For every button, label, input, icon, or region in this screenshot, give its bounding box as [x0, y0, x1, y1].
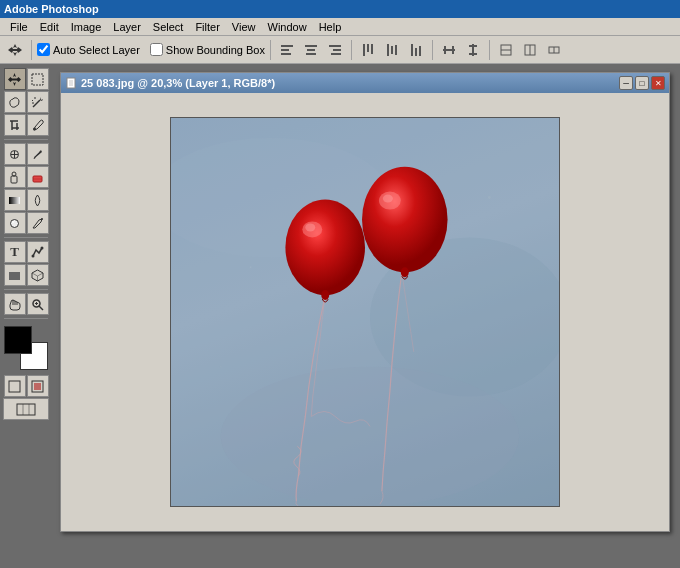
tool-brush[interactable]	[27, 143, 49, 165]
tool-heal[interactable]	[4, 143, 26, 165]
tool-clone[interactable]	[4, 166, 26, 188]
svg-marker-31	[8, 73, 21, 86]
tool-magic-wand[interactable]	[27, 91, 49, 113]
main-area: T	[0, 64, 680, 568]
tool-path[interactable]	[27, 241, 49, 263]
tool-eraser[interactable]	[27, 166, 49, 188]
toolbar-dist-vert[interactable]	[462, 39, 484, 61]
toolbar-move-icon	[4, 39, 26, 61]
tool-standard-mode[interactable]	[4, 375, 26, 397]
svg-rect-8	[333, 49, 341, 51]
toolbar-btn-extra1[interactable]	[495, 39, 517, 61]
tool-lasso[interactable]	[4, 91, 26, 113]
auto-select-layer-checkbox[interactable]	[37, 43, 50, 56]
show-bounding-box-text: Show Bounding Box	[166, 44, 265, 56]
svg-line-59	[38, 273, 44, 276]
tool-3d[interactable]	[27, 264, 49, 286]
tool-screen-mode[interactable]	[3, 398, 49, 420]
show-bounding-box-checkbox[interactable]	[150, 43, 163, 56]
svg-rect-16	[411, 44, 413, 56]
menu-window[interactable]: Window	[262, 20, 313, 34]
tool-crop[interactable]	[4, 114, 26, 136]
svg-marker-34	[40, 97, 43, 101]
menu-select[interactable]: Select	[147, 20, 190, 34]
svg-line-33	[33, 100, 40, 107]
svg-point-88	[488, 196, 491, 199]
toolbar-sep-3	[351, 40, 352, 60]
svg-line-62	[39, 306, 43, 310]
tool-quick-mask[interactable]	[27, 375, 49, 397]
tool-move[interactable]	[4, 68, 26, 90]
tool-rect-shape[interactable]	[4, 264, 26, 286]
svg-point-87	[250, 266, 252, 268]
svg-point-81	[305, 223, 315, 231]
svg-rect-3	[281, 53, 291, 55]
menu-image[interactable]: Image	[65, 20, 108, 34]
toolbar-align-top[interactable]	[357, 39, 379, 61]
tool-row-3	[4, 114, 49, 136]
toolbar-align-left[interactable]	[276, 39, 298, 61]
tool-blur[interactable]	[27, 189, 49, 211]
svg-point-47	[12, 172, 16, 176]
tool-dodge[interactable]	[4, 212, 26, 234]
document-content	[61, 93, 669, 531]
document-icon	[65, 77, 77, 89]
svg-rect-10	[363, 44, 365, 56]
tool-eyedropper[interactable]	[27, 114, 49, 136]
doc-minimize-button[interactable]: ─	[619, 76, 633, 90]
tool-gradient[interactable]	[4, 189, 26, 211]
toolbar-sep-5	[489, 40, 490, 60]
svg-rect-18	[419, 46, 421, 56]
menu-layer[interactable]: Layer	[107, 20, 147, 34]
tool-selection[interactable]	[27, 68, 49, 90]
doc-restore-button[interactable]: □	[635, 76, 649, 90]
tool-text[interactable]: T	[4, 241, 26, 263]
auto-select-layer-label[interactable]: Auto Select Layer	[37, 43, 140, 56]
svg-point-86	[401, 267, 409, 277]
toolbar-sep-4	[432, 40, 433, 60]
tool-sep-1	[4, 139, 48, 140]
svg-marker-0	[8, 44, 22, 56]
menu-help[interactable]: Help	[313, 20, 348, 34]
svg-rect-23	[469, 45, 477, 47]
menu-filter[interactable]: Filter	[189, 20, 225, 34]
toolbar-sep-1	[31, 40, 32, 60]
toolbar-align-right[interactable]	[324, 39, 346, 61]
svg-point-82	[321, 290, 329, 300]
tool-hand[interactable]	[4, 293, 26, 315]
toolbar-dist-horiz[interactable]	[438, 39, 460, 61]
toolbar-align-middle[interactable]	[381, 39, 403, 61]
svg-point-89	[220, 366, 222, 368]
menu-edit[interactable]: Edit	[34, 20, 65, 34]
svg-line-35	[32, 100, 33, 101]
tool-pen[interactable]	[27, 212, 49, 234]
foreground-color-box[interactable]	[4, 326, 32, 354]
document-titlebar[interactable]: 25 083.jpg @ 20,3% (Layer 1, RGB/8*) ─ □…	[61, 73, 669, 93]
tool-row-screen	[3, 398, 49, 420]
svg-rect-13	[387, 44, 389, 56]
tool-row-6	[4, 189, 49, 211]
svg-rect-7	[329, 45, 341, 47]
show-bounding-box-label[interactable]: Show Bounding Box	[150, 43, 265, 56]
svg-rect-65	[9, 381, 20, 392]
doc-close-button[interactable]: ✕	[651, 76, 665, 90]
auto-select-layer-text: Auto Select Layer	[53, 44, 140, 56]
svg-point-54	[32, 254, 35, 257]
toolbar-align-bottom[interactable]	[405, 39, 427, 61]
toolbar-btn-extra3[interactable]	[543, 39, 565, 61]
tool-sep-4	[4, 318, 48, 319]
toolbar-sep-2	[270, 40, 271, 60]
svg-rect-56	[9, 272, 20, 280]
toolbar-align-center[interactable]	[300, 39, 322, 61]
menu-file[interactable]: File	[4, 20, 34, 34]
svg-rect-14	[391, 46, 393, 54]
svg-point-51	[11, 219, 19, 227]
tool-row-5	[4, 166, 49, 188]
menu-bar: File Edit Image Layer Select Filter View…	[0, 18, 680, 36]
image-canvas	[170, 117, 560, 507]
menu-view[interactable]: View	[226, 20, 262, 34]
toolbar-btn-extra2[interactable]	[519, 39, 541, 61]
tool-zoom[interactable]	[27, 293, 49, 315]
svg-rect-68	[17, 404, 35, 415]
document-controls: ─ □ ✕	[619, 76, 665, 90]
